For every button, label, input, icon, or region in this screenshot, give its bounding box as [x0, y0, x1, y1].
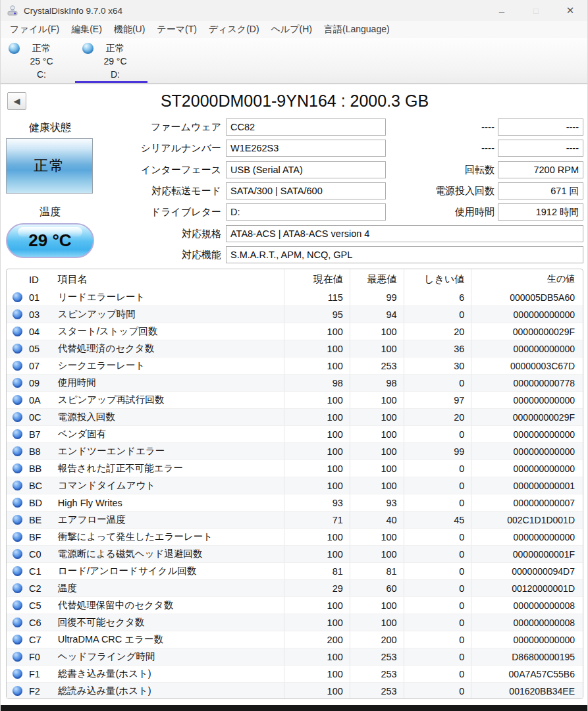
field-value-box[interactable]: D: — [226, 203, 386, 221]
cell-current-value: 115 — [284, 289, 350, 305]
cell-worst-value: 253 — [350, 683, 404, 699]
table-row: 07シークエラーレート1002533000000003C67D — [7, 357, 583, 375]
status-dot-icon — [13, 566, 22, 576]
field-value-box[interactable]: W1E262S3 — [226, 140, 386, 157]
tab-drive-letter: D: — [92, 68, 139, 81]
menu-item[interactable]: ファイル(F) — [4, 22, 65, 38]
health-orb-icon — [82, 43, 94, 54]
cell-current-value: 200 — [284, 631, 350, 648]
cell-worst-value: 98 — [350, 375, 404, 391]
table-row: 01リードエラーレート115996000005DB5A60 — [7, 289, 583, 306]
table-row: C6回復不可能セクタ数1001000000000000008 — [7, 614, 583, 631]
maximize-button[interactable]: □ — [519, 0, 553, 21]
column-header: 生の値 — [471, 269, 583, 289]
status-dot-icon — [13, 361, 22, 371]
cell-current-value: 95 — [284, 306, 350, 323]
cell-worst-value: 100 — [350, 426, 404, 442]
field-value-box[interactable]: 7200 RPM — [498, 161, 583, 178]
menu-item[interactable]: ヘルプ(H) — [265, 22, 318, 38]
field-label: 対応規格 — [1, 225, 221, 242]
cell-threshold: 0 — [404, 426, 471, 442]
field-value-box[interactable]: S.M.A.R.T., APM, NCQ, GPL — [226, 246, 583, 263]
cell-id: BC — [29, 477, 58, 494]
field-value-box[interactable]: ---- — [498, 140, 583, 157]
cell-threshold: 0 — [404, 375, 471, 391]
status-dot-cell — [7, 460, 29, 477]
cell-current-value: 100 — [284, 357, 350, 374]
minimize-button[interactable]: – — [485, 0, 519, 21]
field-label: シリアルナンバー — [1, 140, 221, 157]
table-row: F0ヘッドフライング時間1002530D86800000195 — [7, 648, 583, 666]
tab-strip: 正常25 °CC:正常29 °CD: — [1, 38, 587, 84]
table-row: 05代替処理済のセクタ数10010036000000000000 — [7, 340, 583, 357]
field-value-box[interactable]: 1912 時間 — [498, 203, 583, 221]
cell-id: F1 — [29, 666, 58, 682]
cell-worst-value: 253 — [350, 666, 404, 682]
cell-current-value: 100 — [284, 666, 350, 682]
cell-threshold: 0 — [404, 683, 471, 699]
drive-tab-D[interactable]: 正常29 °CD: — [74, 38, 148, 83]
field-value-box[interactable]: SATA/300 | SATA/600 — [226, 182, 386, 199]
cell-worst-value: 100 — [350, 323, 404, 340]
status-dot-cell — [7, 529, 29, 545]
cell-raw-value: 000000000000 — [471, 460, 583, 477]
menu-item[interactable]: 編集(E) — [65, 22, 108, 38]
cell-raw-value: 000005DB5A60 — [471, 289, 583, 305]
status-dot-icon — [13, 600, 22, 610]
cell-raw-value: 000000000000 — [471, 529, 583, 545]
status-dot-icon — [13, 344, 22, 354]
menu-item[interactable]: ディスク(D) — [203, 22, 265, 38]
drive-title: ST2000DM001-9YN164 : 2000.3 GB — [1, 92, 588, 111]
cell-raw-value: 00000003C67D — [471, 357, 583, 374]
status-dot-cell — [7, 580, 29, 596]
cell-current-value: 100 — [284, 597, 350, 614]
table-row: C0電源断による磁気ヘッド退避回数100100000000000001F — [7, 546, 583, 563]
cell-attribute-name: ロード/アンロードサイクル回数 — [58, 563, 284, 579]
table-row: BF衝撃によって発生したエラーレート1001000000000000000 — [7, 529, 583, 546]
status-dot-icon — [13, 532, 22, 542]
status-dot-cell — [7, 546, 29, 562]
cell-threshold: 0 — [404, 529, 471, 545]
app-icon — [7, 5, 18, 16]
cell-threshold: 0 — [404, 306, 471, 323]
cell-worst-value: 100 — [350, 546, 404, 562]
column-header: ID — [29, 269, 58, 289]
status-dot-icon — [13, 378, 22, 388]
menu-item[interactable]: テーマ(T) — [151, 22, 203, 38]
cell-current-value: 100 — [284, 648, 350, 665]
field-value-box[interactable]: CC82 — [226, 118, 386, 136]
cell-raw-value: 000000000008 — [471, 614, 583, 631]
cell-worst-value: 94 — [350, 306, 404, 323]
drive-tab-C[interactable]: 正常25 °CC: — [1, 38, 74, 83]
cell-attribute-name: 衝撃によって発生したエラーレート — [58, 529, 284, 545]
close-button[interactable]: ✕ — [553, 0, 587, 21]
menu-item[interactable]: 機能(U) — [108, 22, 151, 38]
cell-attribute-name: 代替処理保留中のセクタ数 — [58, 597, 284, 614]
menu-item[interactable]: 言語(Language) — [318, 22, 396, 38]
field-value-box[interactable]: 671 回 — [498, 182, 583, 199]
status-dot-cell — [7, 614, 29, 631]
cell-threshold: 0 — [404, 460, 471, 477]
status-dot-cell — [7, 357, 29, 374]
cell-attribute-name: 温度 — [58, 580, 284, 596]
cell-id: 0C — [29, 409, 58, 425]
status-dot-cell — [7, 477, 29, 494]
field-value-box[interactable]: ATA8-ACS | ATA8-ACS version 4 — [226, 225, 583, 242]
field-label: 回転数 — [366, 161, 494, 178]
column-header: 現在値 — [284, 269, 350, 289]
cell-attribute-name: ヘッドフライング時間 — [58, 648, 284, 665]
cell-threshold: 99 — [404, 443, 471, 460]
status-dot-icon — [13, 429, 22, 439]
cell-threshold: 0 — [404, 546, 471, 562]
status-dot-cell — [7, 289, 29, 305]
cell-threshold: 36 — [404, 340, 471, 357]
table-row: B8エンドツーエンドエラー10010099000000000000 — [7, 443, 583, 460]
status-dot-icon — [13, 618, 22, 627]
status-dot-cell — [7, 563, 29, 579]
field-value-box[interactable]: USB (Serial ATA) — [226, 161, 386, 178]
cell-id: 0A — [29, 392, 58, 408]
field-value-box[interactable]: ---- — [498, 118, 583, 136]
status-dot-icon — [13, 481, 22, 490]
cell-id: BB — [29, 460, 58, 477]
table-row: 04スタート/ストップ回数1001002000000000029F — [7, 323, 583, 340]
